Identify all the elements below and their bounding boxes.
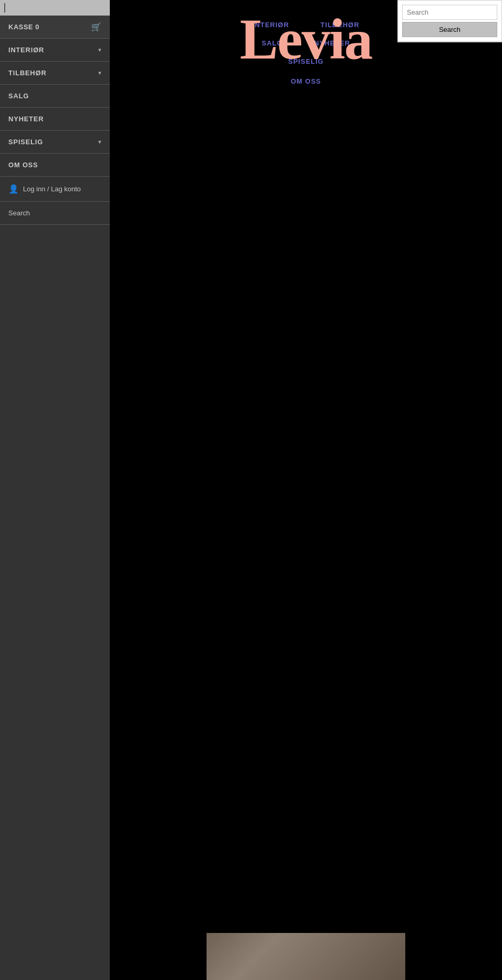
sidebar-item-salg[interactable]: SALG — [0, 85, 110, 108]
login-label: Log inn / Lag konto — [23, 185, 81, 193]
sidebar: KASSE 0 🛒 INTERIØR ▾ TILBEHØR ▾ SALG NYH… — [0, 0, 110, 980]
bottom-image — [207, 933, 405, 980]
login-link[interactable]: 👤 Log inn / Lag konto — [0, 177, 110, 202]
chevron-down-icon: ▾ — [98, 139, 101, 145]
search-input-top[interactable] — [402, 5, 497, 20]
sidebar-item-spiselig[interactable]: SPISELIG ▾ — [0, 131, 110, 154]
cart-icon: 🛒 — [91, 22, 101, 32]
search-overlay: Search — [397, 0, 502, 42]
sidebar-item-tilbehor[interactable]: TILBEHØR ▾ — [0, 62, 110, 85]
nav-link-om-oss[interactable]: OM OSS — [291, 77, 321, 85]
sidebar-item-label: INTERIØR — [8, 46, 44, 54]
sidebar-item-label: SALG — [8, 92, 29, 100]
sidebar-search[interactable]: Search — [0, 202, 110, 225]
site-logo: Levia — [240, 7, 372, 71]
sidebar-item-label: TILBEHØR — [8, 69, 47, 77]
sidebar-item-label: OM OSS — [8, 161, 38, 169]
horiz-nav-row4: OM OSS — [110, 77, 502, 85]
sidebar-item-label: NYHETER — [8, 115, 44, 123]
chevron-down-icon: ▾ — [98, 70, 101, 76]
main-content: Search Levia INTERIØR TILBEHØR SALG NYHE… — [110, 0, 502, 980]
sidebar-item-nyheter[interactable]: NYHETER — [0, 108, 110, 131]
kasse-label: KASSE 0 — [8, 23, 39, 31]
black-content-area — [110, 73, 502, 980]
search-button[interactable]: Search — [402, 22, 497, 37]
chevron-down-icon: ▾ — [98, 47, 101, 53]
user-icon: 👤 — [8, 184, 19, 194]
sidebar-top-bar — [0, 0, 110, 16]
sidebar-nav: INTERIØR ▾ TILBEHØR ▾ SALG NYHETER SPISE… — [0, 39, 110, 177]
sidebar-search-label: Search — [8, 209, 30, 217]
logo-container: Levia — [240, 10, 372, 68]
sidebar-item-label: SPISELIG — [8, 138, 43, 146]
top-bar-line — [4, 3, 5, 13]
search-overlay-upper — [402, 5, 497, 20]
sidebar-item-interiør[interactable]: INTERIØR ▾ — [0, 39, 110, 62]
kasse-row[interactable]: KASSE 0 🛒 — [0, 16, 110, 39]
sidebar-item-om-oss[interactable]: OM OSS — [0, 154, 110, 177]
